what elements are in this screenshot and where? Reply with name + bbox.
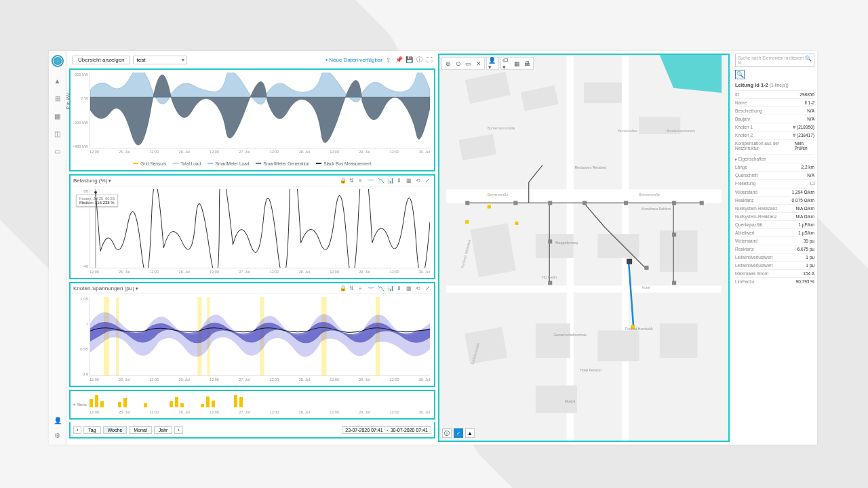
v-tool-1-icon[interactable]: ⇅ — [349, 285, 355, 291]
v-table-icon[interactable]: ▦ — [406, 285, 412, 291]
nav-data-icon[interactable]: ▭ — [54, 147, 62, 155]
load-plot[interactable] — [90, 189, 430, 268]
props-section-eigenschaften[interactable]: Eigenschaften — [735, 155, 814, 163]
chart-dl-icon[interactable]: ⬇ — [397, 178, 403, 184]
svg-rect-19 — [660, 230, 698, 272]
svg-text:Beerenstraße: Beerenstraße — [488, 192, 509, 197]
volt-plot[interactable] — [90, 297, 430, 376]
top-toolbar: Übersicht anzeigen test Neue Daten verfü… — [69, 54, 435, 66]
scenario-select[interactable]: test — [133, 56, 187, 64]
ts-yaxis: 200 kW 0 W -200 kW -400 kW — [72, 73, 88, 148]
load-panel: Belastung (%) 🔒 ⇅ ≡ 〰 📉 📊 ⬇ ▦ ⟲ ⤢ — [69, 174, 435, 279]
map-print-icon[interactable]: 🖶 — [523, 59, 532, 68]
property-row: Querkapazität1 µF/km — [735, 220, 814, 228]
v-area-icon[interactable]: 📉 — [378, 285, 384, 291]
chart-bar-icon[interactable]: 📊 — [387, 178, 393, 184]
load-xaxis: 12:00 25. Jul 12:00 26. Jul 12:00 27. Ju… — [90, 270, 430, 277]
nav-charts-icon[interactable]: ⊞ — [54, 94, 62, 102]
property-row: Knoten 1# (218950) — [735, 123, 814, 131]
chart-tool-2-icon[interactable]: ≡ — [359, 178, 365, 184]
chart-line-icon[interactable]: 〰 — [368, 178, 374, 184]
map-user-icon[interactable]: 👤▾ — [488, 59, 497, 68]
svg-rect-23 — [660, 323, 698, 358]
property-row: BaujahrN/A — [735, 115, 814, 123]
v-reset-icon[interactable]: ⟲ — [416, 285, 422, 291]
v-bar-icon[interactable]: 📊 — [387, 285, 393, 291]
map-info-button[interactable]: ⓘ — [442, 428, 452, 438]
v-lock-icon[interactable]: 🔒 — [340, 285, 346, 291]
nav-map-icon[interactable]: ▦ — [54, 112, 62, 120]
svg-rect-42 — [488, 205, 491, 209]
svg-text:Hotel: Hotel — [642, 285, 650, 289]
overview-button[interactable]: Übersicht anzeigen — [72, 56, 130, 64]
v-line-icon[interactable]: 〰 — [368, 285, 374, 291]
map-close-icon[interactable]: ✕ — [474, 59, 483, 68]
svg-text:Hotel Pension: Hotel Pension — [580, 368, 601, 372]
alerts-bars[interactable] — [90, 394, 430, 407]
map-center-icon[interactable]: ⊕ — [443, 59, 452, 68]
date-range-display[interactable]: 23-07-2020 07:41 → 30-07-2020 07:41 — [342, 426, 431, 434]
app-logo[interactable] — [52, 55, 64, 67]
map-select-icon[interactable]: ▭ — [464, 59, 473, 68]
power-timeseries-panel: P in kW 200 kW 0 W -200 kW -400 kW — [69, 68, 435, 171]
pin-icon[interactable]: 📌 — [395, 56, 402, 63]
date-next-button[interactable]: › — [174, 426, 182, 434]
range-woche-button[interactable]: Woche — [103, 426, 127, 434]
range-monat-button[interactable]: Monat — [129, 426, 151, 434]
nav-settings-icon[interactable]: ⚙ — [54, 431, 62, 439]
svg-rect-16 — [470, 223, 515, 277]
chart-area-icon[interactable]: 📉 — [378, 178, 384, 184]
nav-user-icon[interactable]: 👤 — [54, 416, 62, 424]
range-jahr-button[interactable]: Jahr — [154, 426, 173, 434]
date-prev-button[interactable]: ‹ — [73, 426, 81, 434]
info-icon[interactable]: ⓘ — [416, 56, 422, 63]
element-search-input[interactable]: Suche nach Elementen in diesem N… 🔍 — [735, 54, 814, 67]
network-map[interactable]: ⊕ ⊙ ▭ ✕ 👤▾ 🏷▾ ▦ 🖶 — [438, 54, 730, 442]
ts-yaxis-label: P in kW — [66, 94, 71, 110]
chart-tool-1-icon[interactable]: ⇅ — [349, 178, 355, 184]
voltage-panel-title[interactable]: Knoten-Spannungen (pu) — [73, 285, 138, 291]
ts-legend: Grid Sensors Total Load SmartMeter Load … — [71, 158, 434, 169]
nav-dashboard-icon[interactable]: ▲ — [54, 77, 62, 85]
map-check-button[interactable]: ✓ — [454, 428, 463, 438]
svg-rect-28 — [548, 201, 552, 205]
load-yaxis: 80 40 — [72, 189, 88, 268]
alerts-panel: # Alerts 12:00 25. Jul 12:00 26. Jul 12:… — [69, 390, 435, 420]
v-fullscreen-icon[interactable]: ⤢ — [425, 285, 431, 291]
map-warn-button[interactable]: ▲ — [465, 428, 475, 438]
property-row: BeschreibungN/A — [735, 106, 814, 115]
lock-icon[interactable]: 🔒 — [340, 178, 346, 184]
properties-panel: Suche nach Elementen in diesem N… 🔍 🔍 Le… — [732, 51, 817, 445]
v-tool-2-icon[interactable]: ≡ — [359, 285, 365, 291]
volt-xaxis: 12:00 25. Jul 12:00 26. Jul 12:00 27. Ju… — [90, 378, 430, 384]
svg-text:Gemeinschaftsschule: Gemeinschaftsschule — [553, 333, 587, 337]
svg-rect-20 — [465, 327, 507, 364]
zoom-to-element-button[interactable]: 🔍 — [735, 70, 745, 79]
svg-rect-11 — [465, 71, 511, 103]
new-data-indicator[interactable]: Neue Daten verfügbar — [326, 57, 382, 63]
chart-reset-icon[interactable]: ⟲ — [416, 178, 422, 184]
ts-plot[interactable] — [90, 73, 430, 148]
property-row: QuerschnittN/A — [735, 171, 814, 179]
v-dl-icon[interactable]: ⬇ — [397, 285, 403, 291]
map-tag-icon[interactable]: 🏷▾ — [502, 59, 511, 68]
svg-text:Freibad Humboldt: Freibad Humboldt — [625, 327, 653, 331]
load-panel-title[interactable]: Belastung (%) — [73, 178, 111, 184]
property-row: Ableitwert1 µS/km — [735, 228, 814, 237]
search-icon[interactable]: 🔍 — [805, 56, 812, 62]
map-zoom-icon[interactable]: ⊙ — [454, 59, 462, 68]
range-tag-button[interactable]: Tag — [83, 426, 100, 434]
ts-xaxis: 12:00 25. Jul 12:00 26. Jul 12:00 27. Ju… — [90, 150, 430, 157]
map-layer-icon[interactable]: ▦ — [513, 59, 521, 68]
property-row: Widerstand39 pu — [735, 237, 814, 245]
alerts-label: # Alerts — [73, 403, 87, 407]
svg-text:Bundeskanzleramt: Bundeskanzleramt — [667, 129, 696, 133]
chart-table-icon[interactable]: ▦ — [406, 178, 412, 184]
expand-icon[interactable]: ⛶ — [426, 56, 433, 63]
save-icon[interactable]: 💾 — [406, 56, 412, 63]
map-canvas[interactable]: Burnemannstraße Bundesallee Bundeskanzle… — [439, 55, 728, 441]
nav-network-icon[interactable]: ◫ — [54, 129, 62, 138]
share-icon[interactable]: ⇪ — [385, 56, 392, 63]
chart-fullscreen-icon[interactable]: ⤢ — [425, 178, 431, 184]
property-row: Reaktanz0,075 Ω/km — [735, 196, 814, 204]
